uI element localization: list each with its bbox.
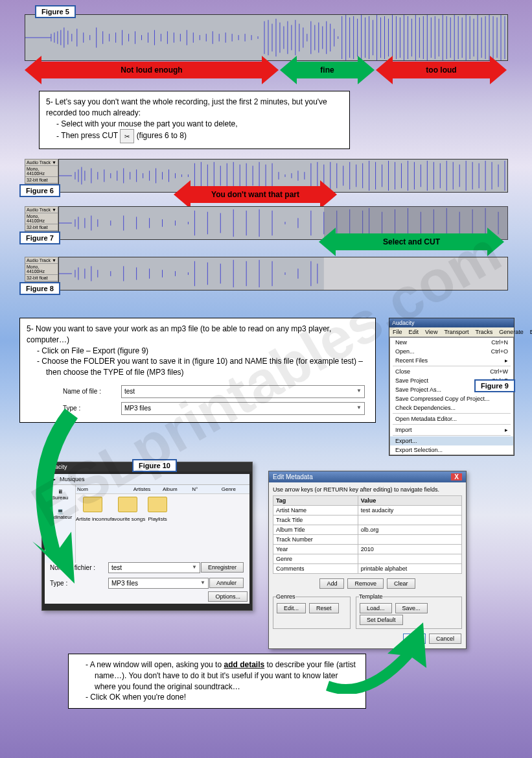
figure5-label: Figure 5 xyxy=(35,5,76,18)
curved-arrow-icon xyxy=(13,402,110,590)
figure9-label: Figure 9 xyxy=(474,379,515,392)
template-load-button[interactable]: Load... xyxy=(360,603,392,613)
menu-edit[interactable]: Edit xyxy=(406,327,422,337)
cancel-button[interactable]: Annuler xyxy=(209,578,244,588)
step5b-intro: 5- Now you want to save your work as an … xyxy=(27,324,369,346)
figure8-waveform xyxy=(58,257,508,290)
figure6-label: Figure 6 xyxy=(19,184,60,197)
menu-tracks[interactable]: Tracks xyxy=(472,327,496,337)
folder-icon[interactable] xyxy=(118,497,137,512)
arrow-head-icon xyxy=(487,228,504,256)
type-field[interactable]: MP3 files▼ xyxy=(121,402,365,415)
arrow-head-icon xyxy=(320,180,337,209)
name-label: Name of file : xyxy=(63,387,121,396)
options-button[interactable]: Options... xyxy=(208,591,248,602)
folder-icon[interactable] xyxy=(148,497,167,512)
table-row[interactable]: Track Number xyxy=(273,535,462,545)
menu-transport[interactable]: Transport xyxy=(441,327,472,337)
dialog-title: Edit Metadata xyxy=(273,473,313,480)
cut-icon: ✂ xyxy=(120,129,134,143)
file-menu-dropdown: NewCtrl+N Open...Ctrl+O Recent Files▸ Cl… xyxy=(389,337,514,455)
menu-import[interactable]: Import▸ xyxy=(390,425,513,434)
step5b-bullet1: Click on File – Export (figure 9) xyxy=(46,346,369,357)
not-loud-arrow: Not loud enough xyxy=(41,62,262,78)
fine-arrow: fine xyxy=(297,62,358,78)
chevron-down-icon: ▼ xyxy=(356,404,362,413)
close-icon[interactable]: X xyxy=(451,473,462,480)
table-row[interactable]: Genre xyxy=(273,554,462,564)
curved-arrow-icon xyxy=(323,622,439,694)
genres-reset-button[interactable]: Reset xyxy=(309,603,339,613)
menu-openmeta[interactable]: Open Metadata Editor... xyxy=(390,414,513,423)
arrow-head-icon xyxy=(376,56,393,84)
table-row[interactable]: Track Title xyxy=(273,515,462,525)
remove-button[interactable]: Remove xyxy=(347,578,384,589)
arrow-head-icon xyxy=(358,56,375,84)
menu-savecomp[interactable]: Save Compressed Copy of Project... xyxy=(390,394,513,403)
arrow-head-icon xyxy=(174,180,191,209)
table-row[interactable]: Artist Nametest audacity xyxy=(273,506,462,515)
template-save-button[interactable]: Save... xyxy=(395,603,428,613)
filetype-field[interactable]: MP3 files▼ xyxy=(108,578,209,589)
figure5-waveform xyxy=(25,14,508,61)
fig6-arrow: You don't want that part xyxy=(191,186,320,203)
final-bullet1: A new window will open, asking you to ad… xyxy=(95,659,359,692)
arrow-head-icon xyxy=(262,56,279,84)
figure10-label: Figure 10 xyxy=(132,459,177,472)
table-row[interactable]: Commentsprintable alphabet xyxy=(273,564,462,574)
fig7-arrow: Select and CUT xyxy=(336,233,487,250)
menu-effect[interactable]: Effect xyxy=(527,327,532,337)
metadata-table: TagValue Artist Nametest audacity Track … xyxy=(273,495,462,574)
app-title: Audacity xyxy=(389,318,514,327)
menu-new[interactable]: NewCtrl+N xyxy=(390,338,513,347)
arrow-head-icon xyxy=(490,56,507,84)
menu-recent[interactable]: Recent Files▸ xyxy=(390,356,513,365)
chevron-down-icon: ▼ xyxy=(356,387,362,396)
figure7-label: Figure 7 xyxy=(19,231,60,244)
arrow-head-icon xyxy=(319,228,336,256)
menu-exportsel[interactable]: Export Selection... xyxy=(390,445,513,455)
menu-checkdep[interactable]: Check Dependencies... xyxy=(390,403,513,412)
step5b-bullet2: Choose the FOLDER you want to save it in… xyxy=(46,356,369,378)
svg-rect-4 xyxy=(324,257,507,290)
menu-open[interactable]: Open...Ctrl+O xyxy=(390,347,513,356)
menu-export[interactable]: Export... xyxy=(390,436,513,445)
table-row[interactable]: Album Titleolb.org xyxy=(273,525,462,535)
step5a-intro: 5- Let's say you don't want the whole re… xyxy=(46,97,343,119)
menu-close[interactable]: CloseCtrl+W xyxy=(390,367,513,376)
menu-file[interactable]: File xyxy=(389,327,406,337)
name-field[interactable]: test▼ xyxy=(121,385,365,398)
save-button[interactable]: Enregistrer xyxy=(201,562,244,573)
final-box: A new window will open, asking you to ad… xyxy=(68,654,366,709)
figure8-label: Figure 8 xyxy=(19,282,60,295)
add-button[interactable]: Add xyxy=(319,578,344,589)
genres-edit-button[interactable]: Edit... xyxy=(277,603,306,613)
final-bullet2: Click OK when you're done! xyxy=(95,692,359,703)
arrow-head-icon xyxy=(25,56,41,84)
metadata-instruction: Use arrow keys (or RETURN key after edit… xyxy=(273,486,462,493)
step5a-bullet2: Then press CUT ✂ (figures 6 to 8) xyxy=(65,129,343,143)
clear-button[interactable]: Clear xyxy=(387,578,415,589)
too-loud-arrow: too loud xyxy=(393,62,490,78)
table-row[interactable]: Year2010 xyxy=(273,545,462,554)
arrow-head-icon xyxy=(280,56,297,84)
filename-field[interactable]: test▼ xyxy=(108,562,200,573)
menu-generate[interactable]: Generate xyxy=(496,327,527,337)
menu-bar: File Edit View Transport Tracks Generate… xyxy=(389,327,514,337)
step5a-box: 5- Let's say you don't want the whole re… xyxy=(39,91,350,149)
menu-view[interactable]: View xyxy=(422,327,441,337)
step5a-bullet1: Select with your mouse the part you want… xyxy=(65,119,343,130)
